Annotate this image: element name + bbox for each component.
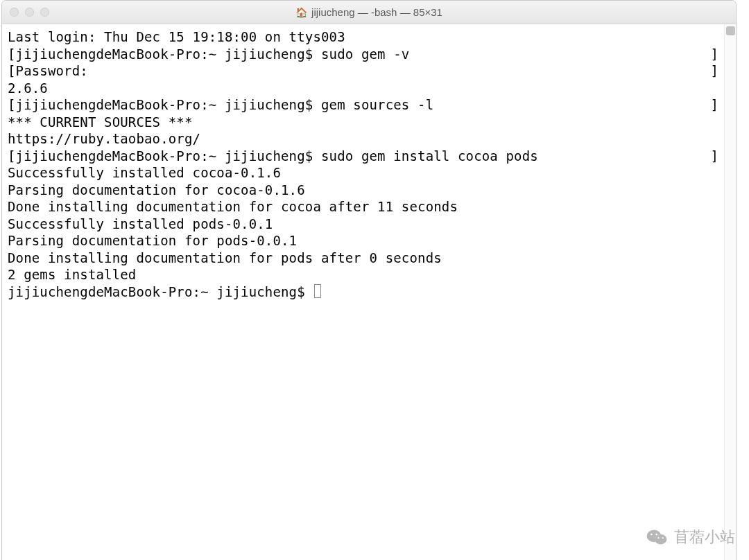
window-title: 🏠 jijiucheng — -bash — 85×31 [2, 6, 736, 18]
terminal-line: Done installing documentation for cocoa … [8, 198, 718, 216]
terminal-line: Parsing documentation for cocoa-0.1.6 [8, 182, 718, 199]
svg-point-6 [662, 537, 664, 539]
watermark: 苜蓿小站 [646, 527, 735, 548]
terminal-line: Done installing documentation for pods a… [8, 250, 718, 267]
terminal-line-text: [jijiuchengdeMacBook-Pro:~ jijiucheng$ s… [8, 46, 409, 63]
terminal-line: Last login: Thu Dec 15 19:18:00 on ttys0… [8, 28, 718, 46]
svg-point-5 [657, 537, 659, 539]
terminal-line-text: https://ruby.taobao.org/ [8, 130, 200, 148]
terminal-line-text: Done installing documentation for cocoa … [8, 198, 458, 216]
terminal-line-text: [jijiuchengdeMacBook-Pro:~ jijiucheng$ g… [8, 96, 433, 114]
terminal-body[interactable]: Last login: Thu Dec 15 19:18:00 on ttys0… [2, 24, 724, 560]
terminal-line: Parsing documentation for pods-0.0.1 [8, 232, 718, 250]
terminal-line: *** CURRENT SOURCES *** [8, 114, 718, 131]
wechat-icon [646, 529, 667, 545]
zoom-window-button[interactable] [40, 8, 49, 17]
terminal-line: 2.6.6 [8, 80, 718, 97]
minimize-window-button[interactable] [25, 8, 34, 17]
home-icon: 🏠 [295, 8, 307, 17]
scrollbar-thumb[interactable] [726, 26, 735, 35]
terminal-line: 2 gems installed [8, 266, 718, 283]
titlebar[interactable]: 🏠 jijiucheng — -bash — 85×31 [2, 1, 736, 24]
terminal-line-text: [Password: [8, 62, 88, 80]
close-window-button[interactable] [10, 8, 19, 17]
terminal-line-text: Successfully installed cocoa-0.1.6 [8, 164, 281, 182]
terminal-cursor [314, 284, 321, 298]
terminal-prompt-text: jijiuchengdeMacBook-Pro:~ jijiucheng$ [8, 283, 321, 301]
window-title-text: jijiucheng — -bash — 85×31 [311, 6, 442, 18]
terminal-line: Successfully installed cocoa-0.1.6 [8, 164, 718, 182]
watermark-text: 苜蓿小站 [674, 527, 735, 548]
terminal-line-text: *** CURRENT SOURCES *** [8, 114, 193, 131]
terminal-line-text: Last login: Thu Dec 15 19:18:00 on ttys0… [8, 28, 345, 46]
terminal-current-prompt[interactable]: jijiuchengdeMacBook-Pro:~ jijiucheng$ [8, 283, 718, 301]
scrollbar[interactable] [724, 24, 736, 560]
terminal-line: [jijiuchengdeMacBook-Pro:~ jijiucheng$ s… [8, 46, 718, 63]
terminal-line-bracket: ] [710, 46, 718, 63]
terminal-line-text: 2.6.6 [8, 80, 48, 97]
terminal-line: [Password:] [8, 62, 718, 80]
terminal-line-text: Successfully installed pods-0.0.1 [8, 216, 273, 233]
terminal-window: 🏠 jijiucheng — -bash — 85×31 Last login:… [1, 0, 737, 560]
terminal-line-bracket: ] [710, 62, 718, 80]
terminal-line: Successfully installed pods-0.0.1 [8, 216, 718, 233]
terminal-line-text: Done installing documentation for pods a… [8, 250, 442, 267]
svg-point-2 [655, 534, 667, 544]
terminal-line-bracket: ] [710, 96, 718, 114]
terminal-line-text: Parsing documentation for cocoa-0.1.6 [8, 182, 305, 199]
terminal-line: https://ruby.taobao.org/ [8, 130, 718, 148]
terminal-line-text: 2 gems installed [8, 266, 136, 283]
terminal-line: [jijiuchengdeMacBook-Pro:~ jijiucheng$ s… [8, 148, 718, 165]
terminal-line-bracket: ] [710, 148, 718, 165]
terminal-line-text: Parsing documentation for pods-0.0.1 [8, 232, 297, 250]
terminal-line-text: [jijiuchengdeMacBook-Pro:~ jijiucheng$ s… [8, 148, 538, 165]
traffic-lights [2, 8, 49, 17]
terminal-line: [jijiuchengdeMacBook-Pro:~ jijiucheng$ g… [8, 96, 718, 114]
svg-point-3 [651, 534, 653, 536]
svg-point-4 [655, 534, 657, 536]
content-row: Last login: Thu Dec 15 19:18:00 on ttys0… [2, 24, 736, 560]
